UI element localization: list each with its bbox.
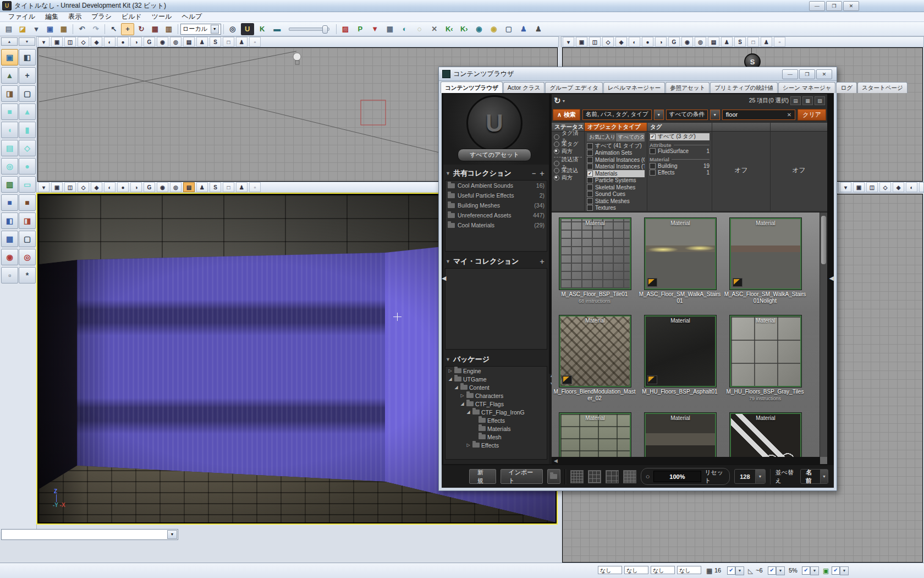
scale-nonuniform-tool-icon[interactable]: ▥ <box>162 23 175 35</box>
tab[interactable]: スタートページ <box>857 82 908 93</box>
status-radio[interactable]: 未タグ <box>554 140 582 148</box>
camera-mode-button[interactable]: ▣ <box>1 49 18 66</box>
viewport-dropdown-icon[interactable]: ▾ <box>38 37 50 47</box>
radio-icon[interactable] <box>554 141 559 147</box>
filter-column-4-header[interactable] <box>712 123 770 132</box>
viewport-dropdown-icon[interactable]: ▾ <box>563 37 574 47</box>
thumb-size-small-icon[interactable] <box>570 470 584 483</box>
asset-thumbnail[interactable]: Material <box>645 218 716 290</box>
collection-add-remove-icons[interactable]: －＋ <box>530 168 547 178</box>
scale-snap-checkbox[interactable]: ✔ <box>802 566 810 575</box>
grid-snap-dropdown[interactable]: ▼ <box>735 566 744 575</box>
radio-icon[interactable] <box>554 149 559 154</box>
lighting-quality-icon[interactable]: ◉ <box>487 23 501 35</box>
asset-tile[interactable]: Material M_HU_Floors_BSP_Asphalt01 <box>645 315 715 402</box>
checkbox-icon[interactable] <box>587 177 593 183</box>
geometry-mode-button[interactable]: ◧ <box>19 49 36 66</box>
lit-mode-icon[interactable]: ● <box>117 37 129 47</box>
menu-item[interactable]: 表示 <box>63 12 86 21</box>
menu-item[interactable]: ツール <box>147 12 177 21</box>
radio-icon[interactable] <box>554 134 559 140</box>
viewport-dropdown-icon[interactable]: ▾ <box>840 182 851 192</box>
close-button[interactable]: ✕ <box>843 1 859 11</box>
kismet-debug-back-icon[interactable]: K‹ <box>443 23 456 35</box>
builder-cylinder-button[interactable]: ▮ <box>19 122 36 138</box>
zoom-level-slider[interactable]: 100% <box>653 471 702 482</box>
maximize-viewport-icon[interactable]: ▣ <box>51 37 63 47</box>
package-tree-item[interactable]: ◢ UTGame <box>446 375 547 383</box>
checkbox-icon[interactable] <box>650 170 656 176</box>
tag-checkbox-row[interactable]: FluidSurface1 <box>650 148 710 155</box>
build-geometry-icon[interactable]: ▦ <box>383 23 397 35</box>
open-package-folder-icon[interactable] <box>547 469 560 484</box>
collection-item[interactable]: Cool Ambient Sounds 16) <box>446 181 547 190</box>
asset-vertical-scrollbar[interactable] <box>820 212 827 457</box>
collapse-left-panel-icon[interactable]: ◀ <box>442 275 446 282</box>
far-clip-slider[interactable] <box>289 28 329 31</box>
thumbnail-view-icon[interactable]: ▦ <box>802 96 813 105</box>
cb-maximize-button[interactable]: ❐ <box>799 69 815 79</box>
checkbox-icon[interactable] <box>587 157 593 163</box>
content-browser-titlebar[interactable]: コンテンツブラウザ <box>439 67 837 81</box>
open-dropdown-icon[interactable]: ▾ <box>30 23 43 35</box>
object-type-checkbox-row[interactable]: Particle Systems <box>587 177 645 184</box>
radio-icon[interactable] <box>554 161 559 166</box>
download-icon[interactable]: ▼ <box>369 23 382 35</box>
maximize-viewport-icon[interactable]: ▣ <box>576 37 587 47</box>
menu-item[interactable]: ファイル <box>3 12 40 21</box>
collection-item[interactable]: Building Meshes (34) <box>446 200 547 210</box>
shared-collections-header[interactable]: ▼ 共有コレクション －＋ <box>443 167 549 180</box>
asset-thumbnail[interactable]: Material <box>730 315 801 387</box>
builder-card-button[interactable]: ▭ <box>19 176 36 193</box>
add-volume-button[interactable]: ▥ <box>1 176 18 193</box>
coordinate-system-combo[interactable]: ローカル▼ <box>180 24 221 35</box>
clear-search-x-icon[interactable]: ✕ <box>787 112 791 118</box>
builder-sheet-button[interactable]: ◇ <box>19 140 36 156</box>
refresh-icon[interactable]: ↻ <box>554 96 561 106</box>
new-map-icon[interactable]: ▤ <box>2 23 15 35</box>
csg-subtract-button[interactable]: ■ <box>19 194 36 211</box>
asset-tile[interactable]: Material M_ASC_Floor_SM_WalkA_Stairs01No… <box>730 218 800 304</box>
autosave-dropdown[interactable]: ▼ <box>840 566 849 575</box>
search-actors-icon[interactable]: ◎ <box>226 23 239 35</box>
sound-toggle-icon[interactable]: S <box>210 182 221 192</box>
lock-viewport-icon[interactable]: ◉ <box>157 182 168 192</box>
tab[interactable]: コンテンツブラウザ <box>441 81 503 93</box>
detail-view-icon[interactable]: ▨ <box>815 96 825 105</box>
asset-tile[interactable]: Material M_ASC_Floor_BSP_Tile0168 instru… <box>559 218 630 304</box>
asset-thumbnail[interactable]: Material <box>645 315 716 387</box>
checkbox-icon[interactable] <box>650 163 656 169</box>
thumb-size-medium-icon[interactable] <box>588 470 601 483</box>
tree-expand-icon[interactable]: ◢ <box>460 401 465 406</box>
play-in-viewport-icon[interactable]: ▢ <box>502 23 515 35</box>
wire-cube-icon[interactable]: ◫ <box>589 37 601 47</box>
builder-sphere-button[interactable]: ● <box>19 158 36 175</box>
asset-thumbnail[interactable]: Material <box>730 218 801 290</box>
builder-spiral-stairs-button[interactable]: ◎ <box>1 158 18 175</box>
package-tree-item[interactable]: ▷ Effects <box>446 441 547 449</box>
thumb-size-xlarge-icon[interactable] <box>623 470 636 483</box>
tab[interactable]: Actor クラス <box>503 82 545 93</box>
wireframe-mode-icon[interactable]: ◈ <box>91 37 102 47</box>
kismet-icon[interactable]: K <box>256 23 269 35</box>
sound-toggle-icon[interactable]: S <box>210 37 221 47</box>
grid-toggle-icon[interactable]: ▫ <box>774 37 785 47</box>
asset-thumbnail[interactable]: Material <box>559 315 631 387</box>
package-tree-item[interactable]: ◢ CTF_Flags <box>446 400 547 408</box>
status-radio[interactable]: タグ済み <box>554 133 582 140</box>
package-tree-item[interactable]: Mesh <box>446 433 547 441</box>
maximize-viewport-icon[interactable]: ▣ <box>51 182 63 192</box>
object-type-column-header[interactable]: オブジェクトタイプ <box>585 123 647 132</box>
kismet-debug-fwd-icon[interactable]: K› <box>458 23 471 35</box>
viewport-dropdown-icon[interactable]: ▾ <box>38 182 50 192</box>
game-view-icon[interactable]: G <box>668 37 680 47</box>
collection-item[interactable]: Unreferenced Assets 447) <box>446 210 547 220</box>
build-paths-icon[interactable]: ◌ <box>413 23 426 35</box>
list-view-icon[interactable]: ▤ <box>790 96 801 105</box>
publish-icon[interactable]: P <box>354 23 367 35</box>
scroll-left-icon[interactable]: ◀ <box>552 458 558 464</box>
favorites-minitab[interactable]: お気に入り <box>587 133 615 141</box>
checkbox-icon[interactable] <box>650 134 656 140</box>
special-brush-button[interactable]: ▦ <box>1 231 18 247</box>
object-selection-combobox[interactable]: ▼ <box>1 529 178 540</box>
